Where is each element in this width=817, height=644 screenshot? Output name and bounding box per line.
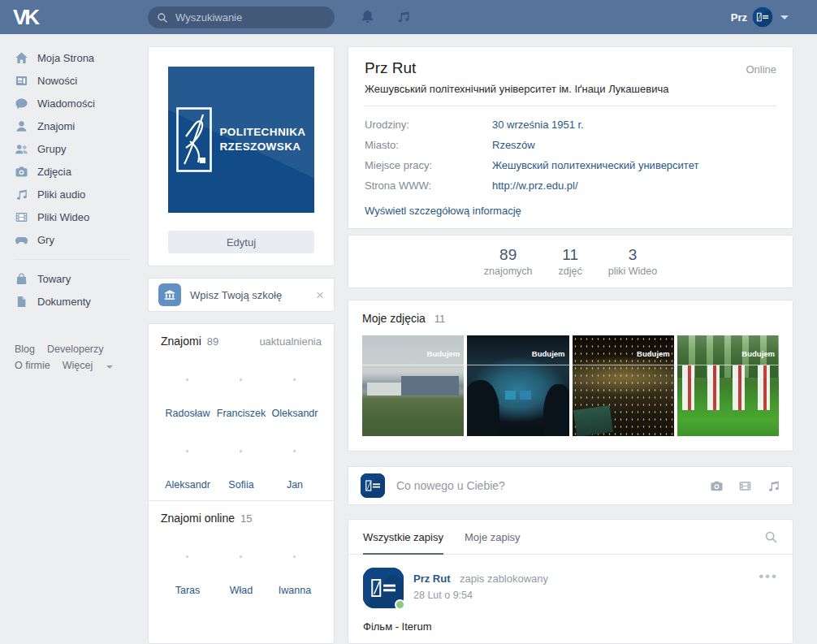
friend-item[interactable]: Radosław bbox=[161, 357, 214, 419]
friend-name[interactable]: Iwanna bbox=[279, 585, 311, 596]
edit-profile-button[interactable]: Edytuj bbox=[168, 231, 314, 253]
photo-watermark-line bbox=[677, 365, 779, 365]
friend-name[interactable]: Oleksandr bbox=[272, 408, 318, 419]
sidebar-item-photos[interactable]: Zdjęcia bbox=[15, 160, 148, 183]
sidebar-item-documents[interactable]: Dokumenty bbox=[15, 290, 148, 313]
music-icon[interactable] bbox=[396, 9, 411, 24]
friend-avatar[interactable] bbox=[165, 534, 210, 580]
counter-videos[interactable]: 3 pliki Wideo bbox=[607, 246, 659, 277]
post-author-name[interactable]: Prz Rut bbox=[413, 573, 451, 585]
profile-photo[interactable]: POLITECHNIKA RZESZOWSKA bbox=[168, 67, 314, 213]
topbar-dropdown-chevron-icon[interactable] bbox=[780, 15, 789, 19]
composer-input[interactable]: Co nowego u Ciebie? bbox=[396, 479, 698, 492]
show-details-link[interactable]: Wyświetl szczegółową informację bbox=[365, 205, 776, 217]
field-label: Miejsce pracy: bbox=[365, 159, 492, 171]
sidebar-item-my-page[interactable]: Moja Strona bbox=[15, 46, 148, 69]
tab-all-posts[interactable]: Wszystkie zapisy bbox=[363, 520, 443, 554]
friend-avatar[interactable] bbox=[272, 534, 318, 580]
notifications-bell-icon[interactable] bbox=[360, 9, 375, 24]
composer-avatar[interactable] bbox=[361, 473, 385, 498]
photo-watermark: Budujem bbox=[532, 349, 565, 358]
friends-updates-link[interactable]: uaktualnienia bbox=[259, 335, 322, 348]
friend-name[interactable]: Aleksandr bbox=[165, 479, 210, 491]
post-actions-menu-icon[interactable]: ••• bbox=[759, 568, 778, 581]
news-icon bbox=[15, 74, 28, 88]
friend-item[interactable]: Sofiia bbox=[214, 429, 268, 491]
wall-card: Wszystkie zapisy Moje zapisy Prz Rut zap… bbox=[348, 519, 793, 644]
footer-link-about[interactable]: O firmie bbox=[15, 360, 50, 371]
friend-item[interactable]: Wład bbox=[214, 534, 268, 596]
field-value-birthday[interactable]: 30 września 1951 r. bbox=[492, 119, 584, 131]
friend-name[interactable]: Taras bbox=[175, 585, 201, 596]
friend-item[interactable]: Taras bbox=[161, 534, 214, 596]
friend-item[interactable]: Aleksandr bbox=[161, 429, 214, 491]
photo-thumb-night-concert-crowd[interactable]: Budujem bbox=[573, 335, 674, 436]
top-navigation-bar: VK Prz bbox=[0, 0, 817, 34]
field-value-website[interactable]: http://w.prz.edu.pl/ bbox=[492, 179, 578, 192]
friend-avatar[interactable] bbox=[218, 534, 264, 580]
footer-link-more[interactable]: Więcej bbox=[63, 360, 106, 371]
counter-friends[interactable]: 89 znajomych bbox=[482, 246, 534, 277]
counter-photos[interactable]: 11 zdjęć bbox=[557, 246, 584, 277]
sidebar-item-friends[interactable]: Znajomi bbox=[15, 115, 148, 137]
sidebar-item-label: Moja Strona bbox=[37, 52, 94, 64]
friend-avatar[interactable] bbox=[272, 429, 318, 474]
sidebar-item-video[interactable]: Pliki Wideo bbox=[15, 205, 148, 228]
post-timestamp[interactable]: 28 Lut o 9:54 bbox=[413, 590, 548, 601]
sidebar-item-label: Pliki Wideo bbox=[37, 211, 89, 223]
my-photos-title[interactable]: Moje zdjęcia bbox=[362, 312, 426, 325]
friends-card: Znajomi 89 uaktualnienia Radosław Franci… bbox=[148, 323, 335, 644]
sidebar-item-label: Znajomi bbox=[37, 120, 75, 132]
post-author-avatar[interactable] bbox=[363, 568, 404, 608]
wall-search-icon[interactable] bbox=[764, 530, 778, 544]
search-input[interactable] bbox=[174, 11, 326, 24]
friend-name[interactable]: Radosław bbox=[166, 408, 210, 419]
tab-my-posts[interactable]: Moje zapisy bbox=[465, 520, 521, 554]
close-icon[interactable]: × bbox=[316, 288, 324, 302]
friend-avatar[interactable] bbox=[165, 429, 210, 474]
my-photos-card: Moje zdjęcia 11 Budujem Budujem Budujem bbox=[348, 300, 793, 452]
global-search[interactable] bbox=[148, 6, 335, 28]
photo-thumb-flight-simulator-cockpit[interactable]: Budujem bbox=[467, 335, 568, 436]
friend-name[interactable]: Jan bbox=[287, 479, 303, 491]
friend-name[interactable]: Sofiia bbox=[228, 479, 253, 491]
school-prompt-text[interactable]: Wpisz Twoją szkołę bbox=[190, 289, 307, 301]
field-value-city[interactable]: Rzeszów bbox=[492, 139, 535, 151]
attach-video-film-icon[interactable] bbox=[738, 479, 752, 493]
friends-online-title[interactable]: Znajomi online bbox=[161, 512, 235, 525]
sidebar-item-groups[interactable]: Grupy bbox=[15, 137, 148, 160]
vk-logo[interactable]: VK bbox=[13, 5, 37, 30]
friend-item[interactable]: Iwanna bbox=[268, 534, 322, 596]
sidebar-item-news[interactable]: Nowości bbox=[15, 69, 148, 92]
attach-audio-note-icon[interactable] bbox=[767, 479, 780, 493]
photo-thumb-folk-dancers[interactable]: Budujem bbox=[677, 335, 779, 436]
sidebar-item-messages[interactable]: Wiadomości bbox=[15, 92, 148, 115]
sidebar-item-audio[interactable]: Pliki audio bbox=[15, 183, 148, 205]
school-prompt-card[interactable]: Wpisz Twoją szkołę × bbox=[148, 278, 335, 312]
topbar-avatar[interactable] bbox=[752, 6, 773, 28]
friend-avatar[interactable] bbox=[272, 357, 318, 403]
my-photos-header: Moje zdjęcia 11 bbox=[362, 312, 779, 325]
friend-avatar[interactable] bbox=[218, 357, 264, 403]
photo-watermark: Budujem bbox=[741, 349, 775, 358]
friend-avatar[interactable] bbox=[165, 357, 210, 403]
friend-avatar[interactable] bbox=[218, 429, 264, 474]
topbar-username[interactable]: Prz bbox=[731, 11, 747, 24]
friends-online-header: Znajomi online 15 bbox=[161, 512, 322, 525]
friend-name[interactable]: Franciszek bbox=[217, 408, 266, 419]
sidebar-item-market[interactable]: Towary bbox=[15, 267, 148, 290]
footer-link-developers[interactable]: Developerzy bbox=[47, 344, 103, 355]
field-value-workplace[interactable]: Жешувский политехнический университет bbox=[492, 159, 698, 171]
attach-photo-camera-icon[interactable] bbox=[710, 479, 724, 493]
friend-name[interactable]: Wład bbox=[230, 585, 253, 596]
sidebar-item-games[interactable]: Gry bbox=[15, 228, 148, 251]
politechnika-logo-text: POLITECHNIKA RZESZOWSKA bbox=[219, 125, 305, 154]
friends-title[interactable]: Znajomi bbox=[161, 335, 201, 348]
friend-item[interactable]: Oleksandr bbox=[268, 357, 322, 419]
profile-photo-card: POLITECHNIKA RZESZOWSKA Edytuj bbox=[148, 46, 335, 266]
divider bbox=[365, 106, 776, 106]
photo-thumb-campus-building[interactable]: Budujem bbox=[362, 335, 464, 436]
friend-item[interactable]: Franciszek bbox=[214, 357, 268, 419]
footer-link-blog[interactable]: Blog bbox=[15, 344, 35, 355]
friend-item[interactable]: Jan bbox=[268, 429, 322, 491]
